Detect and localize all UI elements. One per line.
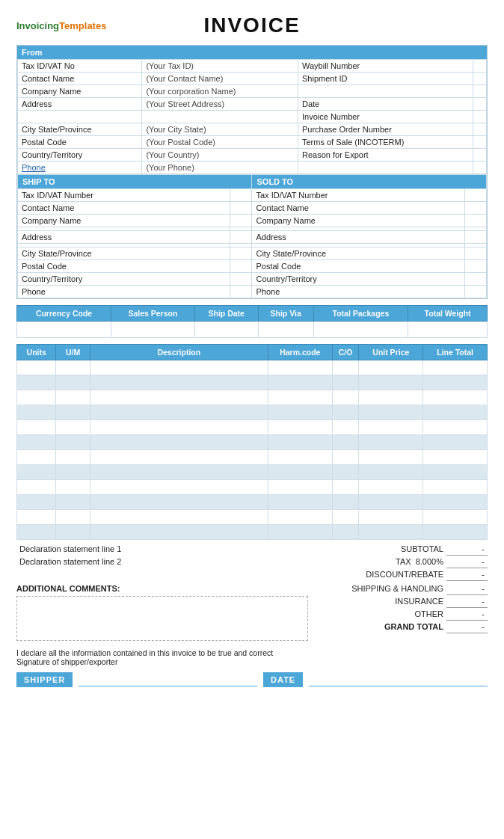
items-cell-1-2 <box>90 375 268 390</box>
items-row-1 <box>17 375 488 390</box>
items-cell-11-5 <box>359 525 423 540</box>
shipto-value-postal <box>230 260 252 273</box>
date-line <box>309 673 488 686</box>
items-cell-9-6 <box>423 495 488 510</box>
items-cell-9-4 <box>332 495 359 510</box>
comments-box[interactable] <box>16 596 308 641</box>
items-cell-9-3 <box>268 495 332 510</box>
shipto-label-country: Country/Territory <box>18 273 230 286</box>
items-th-description: Description <box>90 345 268 360</box>
summary-td-weight <box>408 322 488 338</box>
from-section: From Tax ID/VAT No (Your Tax ID) Waybill… <box>16 45 488 299</box>
items-cell-7-6 <box>423 465 488 480</box>
summary-th-shipvia: Ship Via <box>258 306 313 322</box>
items-row-9 <box>17 495 488 510</box>
items-cell-8-1 <box>56 480 90 495</box>
items-cell-3-3 <box>268 405 332 420</box>
from-table: Tax ID/VAT No (Your Tax ID) Waybill Numb… <box>17 59 487 174</box>
from-value-company: (Your corporation Name) <box>142 85 298 98</box>
shipto-label-taxid: Tax ID/VAT Number <box>18 189 230 202</box>
declaration-1: Declaration statement line 1 <box>16 543 259 556</box>
declaration-2: Declaration statement line 2 <box>16 556 259 568</box>
shipto-label-company: Company Name <box>18 215 230 227</box>
summary-th-salesperson: Sales Person <box>111 306 195 322</box>
soldto-value-city <box>464 248 486 260</box>
soldto-value-postal <box>464 260 486 273</box>
from-row-phone: Phone (Your Phone) <box>18 162 487 174</box>
comments-left: ADDITIONAL COMMENTS: <box>16 583 323 641</box>
items-cell-3-2 <box>90 405 268 420</box>
from-label-waybill: Waybill Number <box>298 60 473 73</box>
from-value-country: (Your Country) <box>142 149 298 162</box>
shipto-label-city: City State/Province <box>18 248 230 260</box>
items-cell-11-6 <box>423 525 488 540</box>
totals-blank-1 <box>16 568 259 581</box>
items-cell-2-0 <box>17 390 56 405</box>
subtotal-label: SUBTOTAL <box>259 543 446 556</box>
date-badge: DATE <box>263 672 303 687</box>
shipping-row: SHIPPING & HANDLING - <box>323 583 488 595</box>
shipto-value-taxid <box>230 189 252 202</box>
soldto-label-address: Address <box>252 231 464 244</box>
from-value-blank3 <box>473 162 487 174</box>
items-row-0 <box>17 360 488 375</box>
insurance-row: INSURANCE - <box>323 595 488 608</box>
from-value-contact: (Your Contact Name) <box>142 73 298 85</box>
other-row: OTHER - <box>323 608 488 621</box>
totals-row-tax: Declaration statement line 2 TAX 8.000% … <box>16 556 488 568</box>
items-cell-7-2 <box>90 465 268 480</box>
items-cell-3-4 <box>332 405 359 420</box>
from-value-po <box>473 123 487 136</box>
items-cell-11-4 <box>332 525 359 540</box>
items-cell-8-6 <box>423 480 488 495</box>
from-label-contact: Contact Name <box>18 73 142 85</box>
from-label-date: Date <box>298 98 473 111</box>
other-value: - <box>446 608 488 621</box>
from-value-taxid: (Your Tax ID) <box>142 60 298 73</box>
totals-row-subtotal: Declaration statement line 1 SUBTOTAL - <box>16 543 488 556</box>
items-th-units: Units <box>17 345 56 360</box>
items-cell-8-0 <box>17 480 56 495</box>
from-value-incoterm <box>473 136 487 149</box>
from-row-postal: Postal Code (Your Postal Code) Terms of … <box>18 136 487 149</box>
items-cell-6-3 <box>268 450 332 465</box>
items-cell-2-1 <box>56 390 90 405</box>
shipto-value-company <box>230 215 252 227</box>
items-row-8 <box>17 480 488 495</box>
shipto-soldto-phone: Phone Phone <box>18 286 487 298</box>
items-row-6 <box>17 450 488 465</box>
items-cell-6-1 <box>56 450 90 465</box>
items-th-unitprice: Unit Price <box>359 345 423 360</box>
from-value-date <box>473 98 487 111</box>
items-cell-2-4 <box>332 390 359 405</box>
items-cell-10-6 <box>423 510 488 525</box>
totals-layout-table: Declaration statement line 1 SUBTOTAL - … <box>16 543 488 581</box>
items-row-4 <box>17 420 488 435</box>
comments-section: ADDITIONAL COMMENTS: SHIPPING & HANDLING… <box>16 583 488 641</box>
items-cell-8-5 <box>359 480 423 495</box>
items-cell-9-1 <box>56 495 90 510</box>
items-cell-2-3 <box>268 390 332 405</box>
summary-td-packages <box>313 322 408 338</box>
shipper-row: SHIPPER DATE <box>16 672 488 687</box>
items-cell-10-2 <box>90 510 268 525</box>
shipto-label-postal: Postal Code <box>18 260 230 273</box>
items-cell-1-5 <box>359 375 423 390</box>
items-cell-1-6 <box>423 375 488 390</box>
items-cell-5-5 <box>359 435 423 450</box>
from-value-address: (Your Street Address) <box>142 98 298 111</box>
items-header-row: Units U/M Description Harm.code C/O Unit… <box>17 345 488 360</box>
invoice-title: INVOICE <box>203 13 300 37</box>
phone-link[interactable]: Phone <box>22 163 46 172</box>
items-cell-2-2 <box>90 390 268 405</box>
items-cell-0-1 <box>56 360 90 375</box>
items-row-2 <box>17 390 488 405</box>
from-value-postal: (Your Postal Code) <box>142 136 298 149</box>
declaration-text: I declare all the information contained … <box>16 648 488 666</box>
other-label: OTHER <box>323 608 446 621</box>
items-cell-11-0 <box>17 525 56 540</box>
comments-right: SHIPPING & HANDLING - INSURANCE - OTHER … <box>323 583 488 641</box>
items-cell-5-0 <box>17 435 56 450</box>
from-row-company: Company Name (Your corporation Name) <box>18 85 487 98</box>
shipto-soldto-postal: Postal Code Postal Code <box>18 260 487 273</box>
